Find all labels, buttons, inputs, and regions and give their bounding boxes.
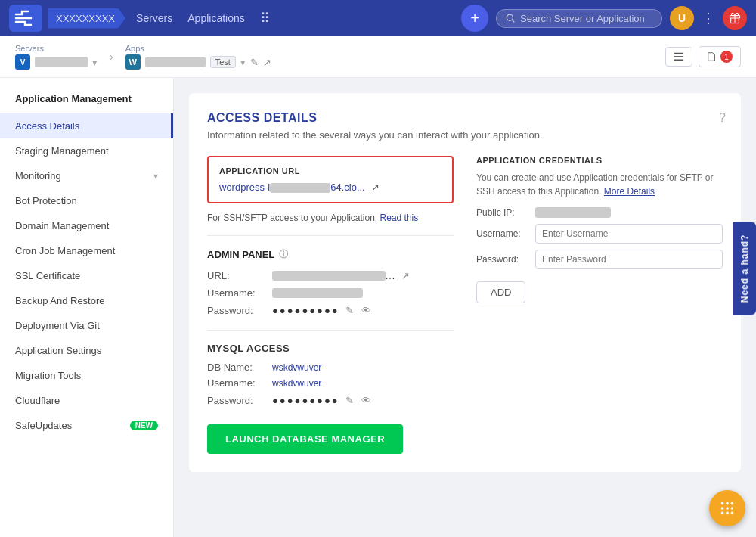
sidebar-item-label: Application Settings xyxy=(15,345,101,356)
password-input[interactable] xyxy=(535,250,723,269)
password-label: Password: xyxy=(476,254,529,265)
svg-point-10 xyxy=(731,507,734,510)
sidebar-item-backup[interactable]: Backup And Restore xyxy=(0,288,173,313)
sidebar-item-safeupdates[interactable]: SafeUpdates NEW xyxy=(0,413,173,438)
sidebar-item-deployment[interactable]: Deployment Via Git xyxy=(0,313,173,338)
svg-point-8 xyxy=(721,507,724,510)
mysql-show-password-button[interactable]: 👁 xyxy=(360,393,373,408)
app-dropdown-icon[interactable]: ▾ xyxy=(240,57,246,68)
mysql-username-row: Username: wskdvwuver xyxy=(207,377,454,389)
sidebar-item-migration[interactable]: Migration Tools xyxy=(0,363,173,388)
open-url-button[interactable]: ↗ xyxy=(400,268,411,283)
mysql-dbname-row: DB Name: wskdvwuver xyxy=(207,362,454,373)
svg-point-12 xyxy=(726,512,729,515)
new-badge: NEW xyxy=(130,421,158,430)
files-button[interactable]: 1 xyxy=(699,46,741,67)
credentials-description: You can create and use Application crede… xyxy=(476,171,723,198)
add-button[interactable]: + xyxy=(461,5,488,32)
sidebar-item-cloudflare[interactable]: Cloudflare xyxy=(0,388,173,413)
sidebar-item-bot-protection[interactable]: Bot Protection xyxy=(0,188,173,213)
svg-point-9 xyxy=(726,507,729,510)
servers-breadcrumb: Servers V ▾ xyxy=(15,44,98,70)
sidebar-item-app-settings[interactable]: Application Settings xyxy=(0,338,173,363)
nav-links: Servers Applications ⠿ xyxy=(136,10,461,26)
admin-url-row: URL: ... ↗ xyxy=(207,268,454,283)
external-link-icon[interactable]: ↗ xyxy=(371,182,380,193)
avatar: U xyxy=(670,6,694,30)
svg-point-13 xyxy=(731,512,734,515)
sidebar-item-label: Deployment Via Git xyxy=(15,320,100,331)
nav-right: + U ⋮ xyxy=(461,5,747,32)
url-row: wordpress-l 64.clo... ↗ xyxy=(219,182,442,193)
add-credentials-button[interactable]: ADD xyxy=(476,281,525,303)
svg-point-11 xyxy=(721,512,724,515)
sidebar-item-label: Access Details xyxy=(15,120,79,132)
app-url-box: APPLICATION URL wordpress-l 64.clo... ↗ xyxy=(207,156,454,203)
sidebar-item-label: Monitoring xyxy=(15,170,61,182)
admin-url-value: ... xyxy=(272,271,395,281)
edit-icon[interactable]: ✎ xyxy=(250,57,259,68)
sidebar-item-monitoring[interactable]: Monitoring ▾ xyxy=(0,163,173,188)
sidebar-item-label: Bot Protection xyxy=(15,195,77,206)
gift-icon[interactable] xyxy=(723,6,747,30)
read-this-link[interactable]: Read this xyxy=(380,213,419,223)
more-options-icon[interactable]: ⋮ xyxy=(702,10,715,26)
wordpress-icon: W xyxy=(125,54,141,70)
nav-applications-link[interactable]: Applications xyxy=(187,12,245,24)
fab-button[interactable] xyxy=(709,490,745,526)
sidebar-item-staging[interactable]: Staging Management xyxy=(0,138,173,163)
admin-password-row: Password: ●●●●●●●●● ✎ 👁 xyxy=(207,303,454,318)
ssh-note: For SSH/SFTP access to your Application.… xyxy=(207,213,454,223)
search-input[interactable] xyxy=(520,13,649,24)
servers-label: Servers xyxy=(15,44,98,53)
divider-2 xyxy=(207,330,454,331)
sidebar-item-label: Backup And Restore xyxy=(15,295,105,306)
external-link-icon[interactable]: ↗ xyxy=(263,57,271,68)
username-label: Username: xyxy=(476,228,529,239)
sidebar-title: Application Management xyxy=(0,93,173,113)
sidebar-item-access-details[interactable]: Access Details xyxy=(0,113,173,138)
help-icon[interactable]: ? xyxy=(719,111,726,125)
admin-panel-section: ADMIN PANEL ⓘ xyxy=(207,248,454,261)
need-a-hand-button[interactable]: Need a hand? xyxy=(733,222,756,315)
sidebar-item-ssl[interactable]: SSL Certificate xyxy=(0,263,173,288)
mysql-section: MYSQL ACCESS xyxy=(207,343,454,354)
app-url-label: APPLICATION URL xyxy=(219,166,442,175)
public-ip-value xyxy=(535,207,611,218)
sidebar-item-label: Domain Management xyxy=(15,220,109,231)
nav-servers-link[interactable]: Servers xyxy=(136,12,172,24)
sidebar-item-domain[interactable]: Domain Management xyxy=(0,213,173,238)
apps-breadcrumb: Apps W Test ▾ ✎ ↗ xyxy=(125,44,271,70)
divider xyxy=(207,235,454,236)
main-content: ACCESS DETAILS Information related to th… xyxy=(174,78,756,537)
sidebar-item-cron[interactable]: Cron Job Management xyxy=(0,238,173,263)
left-column: APPLICATION URL wordpress-l 64.clo... ↗ … xyxy=(207,156,454,454)
svg-point-0 xyxy=(507,14,513,20)
admin-password-dots: ●●●●●●●●● xyxy=(272,305,339,316)
sidebar-item-label: SSL Certificate xyxy=(15,270,80,281)
mysql-edit-password-button[interactable]: ✎ xyxy=(344,393,355,408)
svg-line-1 xyxy=(513,20,515,22)
username-input[interactable] xyxy=(535,224,723,244)
grid-icon[interactable]: ⠿ xyxy=(260,10,270,26)
more-details-link[interactable]: More Details xyxy=(604,186,655,197)
nav-breadcrumb[interactable]: XXXXXXXXX xyxy=(48,8,125,29)
search-box[interactable] xyxy=(496,9,662,28)
list-view-button[interactable] xyxy=(665,47,692,67)
show-password-button[interactable]: 👁 xyxy=(360,303,373,318)
admin-username-value xyxy=(272,288,363,299)
sidebar-item-label: Migration Tools xyxy=(15,370,81,381)
launch-db-manager-button[interactable]: LAUNCH DATABASE MANAGER xyxy=(207,424,403,454)
server-name xyxy=(35,57,88,67)
mysql-password-dots: ●●●●●●●●● xyxy=(272,395,339,406)
logo[interactable] xyxy=(9,5,42,32)
breadcrumb-bar: Servers V ▾ › Apps W Test ▾ ✎ ↗ 1 xyxy=(0,36,756,78)
sidebar-item-label: Cloudflare xyxy=(15,395,60,406)
svg-point-5 xyxy=(721,502,724,505)
mysql-username-value: wskdvwuver xyxy=(272,378,321,389)
public-ip-row: Public IP: xyxy=(476,207,723,218)
page-description: Information related to the several ways … xyxy=(207,129,723,141)
edit-password-button[interactable]: ✎ xyxy=(344,303,355,318)
server-dropdown-icon[interactable]: ▾ xyxy=(92,57,98,68)
info-icon[interactable]: ⓘ xyxy=(279,248,288,261)
